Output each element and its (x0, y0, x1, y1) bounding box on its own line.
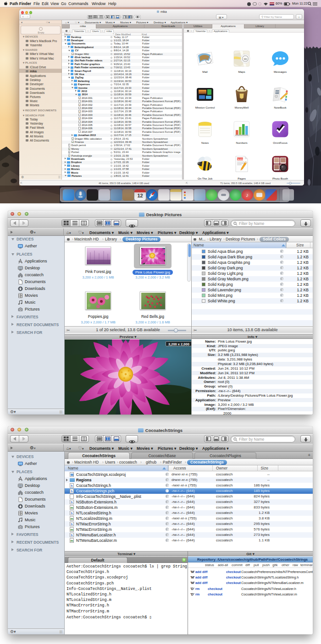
svg-text:3D: 3D (244, 58, 247, 60)
svg-text:PAGES: PAGES (237, 158, 244, 160)
